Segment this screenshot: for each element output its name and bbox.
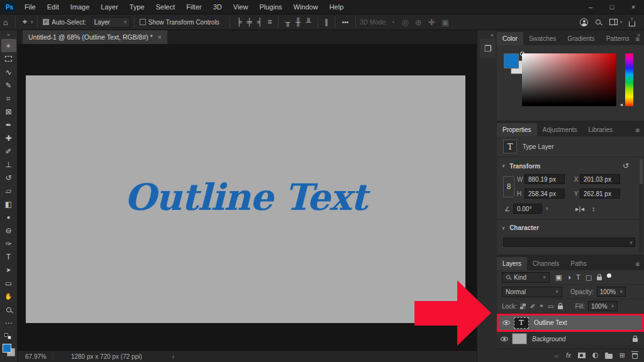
delete-layer-icon[interactable]: [632, 352, 638, 359]
filter-smart-object-icon[interactable]: [597, 277, 602, 280]
hue-slider-marker[interactable]: ◂: [620, 102, 623, 107]
menu-image[interactable]: Image: [65, 0, 96, 14]
menu-type[interactable]: Type: [124, 0, 150, 14]
filter-image-icon[interactable]: ▣: [555, 273, 562, 282]
filter-type-icon[interactable]: T: [576, 273, 580, 281]
rotation-field[interactable]: 0.00°: [513, 204, 542, 214]
tab-color[interactable]: Color: [497, 32, 523, 45]
layer-style-icon[interactable]: fx: [566, 352, 571, 359]
visibility-cell[interactable]: [499, 321, 514, 325]
lock-artboard-icon[interactable]: ▭: [548, 303, 553, 310]
menu-3d[interactable]: 3D: [208, 0, 228, 14]
share-icon[interactable]: [629, 21, 635, 26]
eyedropper-tool[interactable]: ✒: [1, 118, 16, 131]
more-options-icon[interactable]: •••: [339, 19, 352, 26]
panels-collapse-icon[interactable]: »: [637, 32, 640, 38]
lasso-tool[interactable]: ∿: [1, 65, 16, 79]
panel-menu-icon[interactable]: ≡: [636, 126, 644, 136]
layer-row-outline-text[interactable]: T Outline Text: [497, 314, 644, 332]
more-tools[interactable]: ⋯: [1, 316, 16, 329]
layer-mask-icon[interactable]: [578, 353, 586, 358]
eraser-tool[interactable]: ▱: [1, 184, 16, 197]
move-tool-preset-icon[interactable]: ⌖: [19, 17, 30, 27]
menu-layer[interactable]: Layer: [95, 0, 124, 14]
menu-select[interactable]: Select: [150, 0, 181, 14]
history-brush-tool[interactable]: ↺: [1, 171, 16, 184]
tab-swatches[interactable]: Swatches: [523, 32, 562, 45]
3d-slide-icon[interactable]: ✚: [425, 18, 438, 27]
3d-roll-icon[interactable]: ◎: [398, 18, 411, 27]
align-left-icon[interactable]: ╞: [234, 18, 245, 26]
zoom-level-field[interactable]: 67.97%: [18, 353, 53, 360]
scrollbar[interactable]: [639, 158, 643, 252]
rectangle-tool[interactable]: ▭: [1, 277, 16, 290]
zoom-tool[interactable]: [1, 303, 16, 316]
adjustment-layer-icon[interactable]: [592, 353, 598, 358]
default-colors-icon[interactable]: [4, 333, 13, 341]
dock-collapse-icon[interactable]: «: [491, 32, 494, 38]
canvas-text-layer[interactable]: Outline Text: [125, 176, 367, 219]
saturation-brightness-field[interactable]: [522, 53, 616, 106]
width-field[interactable]: 880.19 px: [525, 174, 565, 184]
canvas[interactable]: Outline Text: [26, 75, 465, 323]
align-center-horizontal-icon[interactable]: ╪: [244, 18, 255, 26]
fill-dropdown[interactable]: 100% ∨: [588, 301, 618, 311]
filter-toggle-icon[interactable]: [607, 273, 611, 278]
new-group-icon[interactable]: [605, 353, 613, 359]
filter-kind-dropdown[interactable]: Kind ∨: [502, 272, 550, 283]
brush-tool[interactable]: ✐: [1, 145, 16, 158]
lock-transparent-icon[interactable]: [520, 304, 526, 309]
pen-tool[interactable]: ✑: [1, 237, 16, 250]
distribute-horizontal-icon[interactable]: ≡: [265, 18, 274, 26]
layer-name[interactable]: Background: [532, 336, 565, 343]
tab-close-icon[interactable]: ×: [158, 33, 162, 41]
history-panel-icon[interactable]: ❐: [480, 39, 496, 58]
minimize-button[interactable]: –: [580, 0, 601, 14]
link-layers-icon[interactable]: ∞: [554, 352, 559, 359]
align-middle-vertical-icon[interactable]: ╫: [293, 18, 304, 26]
flip-vertical-icon[interactable]: ↕: [592, 205, 596, 213]
healing-brush-tool[interactable]: ✚: [1, 131, 16, 145]
link-dimensions-icon[interactable]: 8: [503, 176, 514, 197]
account-icon[interactable]: [580, 18, 588, 26]
path-selection-tool[interactable]: ➤: [1, 263, 16, 277]
color-picker-dot[interactable]: [520, 52, 525, 56]
menu-edit[interactable]: Edit: [42, 0, 65, 14]
frame-tool[interactable]: ⊠: [1, 105, 16, 118]
3d-camera-icon[interactable]: ▣: [438, 18, 452, 27]
home-icon[interactable]: ⌂: [0, 18, 11, 27]
panel-menu-icon[interactable]: ≡: [636, 260, 644, 270]
status-chevron-icon[interactable]: ›: [150, 353, 174, 360]
chevron-down-icon[interactable]: ∨: [30, 19, 33, 25]
tab-patterns[interactable]: Patterns: [601, 32, 635, 45]
foreground-color-swatch[interactable]: [504, 53, 519, 69]
toolbar-collapse-icon[interactable]: »: [7, 30, 9, 39]
quick-selection-tool[interactable]: ✎: [1, 79, 16, 92]
distribute-vertical-icon[interactable]: ∥: [322, 18, 331, 26]
menu-plugins[interactable]: Plugins: [253, 0, 287, 14]
menu-file[interactable]: File: [19, 0, 42, 14]
gradient-tool[interactable]: ◧: [1, 197, 16, 211]
3d-orbit-icon[interactable]: ◔: [387, 18, 399, 27]
maximize-button[interactable]: □: [601, 0, 623, 14]
align-right-icon[interactable]: ╡: [255, 18, 265, 26]
clone-stamp-tool[interactable]: ⊥: [1, 158, 16, 171]
document-tab[interactable]: Untitled-1 @ 68% (Outline Text, RGB/8#) …: [23, 30, 167, 44]
marquee-tool[interactable]: [1, 52, 16, 65]
move-tool[interactable]: ⌖: [1, 39, 16, 52]
search-icon[interactable]: [596, 19, 601, 25]
lock-position-icon[interactable]: ⌖: [540, 302, 543, 310]
type-layer-thumbnail[interactable]: T: [514, 317, 529, 329]
layer-name[interactable]: Outline Text: [534, 319, 567, 326]
tab-gradients[interactable]: Gradients: [562, 32, 600, 45]
auto-select-checkbox[interactable]: [43, 19, 49, 25]
background-layer-thumbnail[interactable]: [512, 333, 527, 344]
menu-window[interactable]: Window: [288, 0, 324, 14]
font-family-dropdown[interactable]: ∨: [503, 238, 635, 247]
character-section-header[interactable]: ∨ Character: [497, 220, 644, 234]
hue-slider[interactable]: [625, 53, 633, 106]
opacity-dropdown[interactable]: 100% ∨: [597, 287, 626, 297]
tab-channels[interactable]: Channels: [527, 257, 565, 270]
flip-horizontal-icon[interactable]: ▸|◂: [575, 205, 584, 213]
visibility-cell[interactable]: [497, 337, 512, 341]
